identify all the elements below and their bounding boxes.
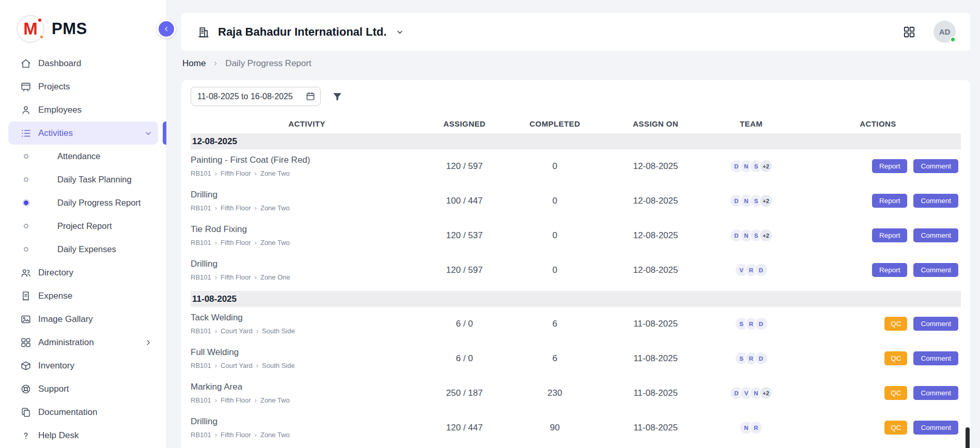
report-button[interactable]: Report xyxy=(872,228,908,242)
comment-button[interactable]: Comment xyxy=(913,421,958,435)
team-extra-count: +2 xyxy=(759,194,773,208)
table-row: Marking AreaRB101›Fifth Floor›Zone Two25… xyxy=(191,376,961,411)
assign-on-value: 12-08-2025 xyxy=(604,230,707,241)
chevron-down-icon xyxy=(144,129,153,138)
chevron-right-icon: › xyxy=(255,273,257,281)
bullet-icon xyxy=(24,177,28,182)
inventory-icon xyxy=(20,360,32,372)
activity-cell: DrillingRB101›Fifth Floor›Zone Two xyxy=(191,190,423,212)
sidebar-subitem-daily-progress-report[interactable]: Daily Progress Report xyxy=(8,191,158,214)
sidebar-item-projects[interactable]: Projects xyxy=(8,75,158,98)
chevron-right-icon: › xyxy=(255,396,257,404)
team-avatars: DVN+2 xyxy=(707,386,795,400)
sidebar-item-image-gallary[interactable]: Image Gallary xyxy=(8,307,158,331)
sidebar-item-directory[interactable]: Directory xyxy=(8,261,158,284)
table-row: Tack WeldingRB101›Court Yard›South Side6… xyxy=(191,307,961,342)
online-status-dot xyxy=(950,37,956,42)
path-segment: RB101 xyxy=(191,273,211,281)
qc-button[interactable]: QC xyxy=(884,386,907,400)
sidebar-item-employees[interactable]: Employees xyxy=(8,98,158,121)
path-segment: Zone Two xyxy=(260,204,290,212)
app-logo: M PMS xyxy=(0,0,166,43)
user-avatar[interactable]: AD xyxy=(934,21,956,43)
sidebar-item-support[interactable]: Support xyxy=(8,377,158,400)
table-row: DrillingRB101›Fifth Floor›Zone Two120 / … xyxy=(191,411,961,445)
report-button[interactable]: Report xyxy=(872,194,908,208)
assign-on-value: 12-08-2025 xyxy=(604,161,707,172)
sidebar-item-inventory[interactable]: Inventory xyxy=(8,354,158,377)
breadcrumb-home[interactable]: Home xyxy=(182,58,206,69)
chevron-right-icon: › xyxy=(255,169,257,177)
scrollbar-thumb[interactable] xyxy=(966,427,970,448)
sidebar-item-documentation[interactable]: Documentation xyxy=(8,400,158,424)
sidebar-subitem-project-report[interactable]: Project Report xyxy=(8,214,158,238)
path-segment: RB101 xyxy=(191,239,211,246)
sidebar-subitem-label: Project Report xyxy=(57,221,112,231)
bullet-icon xyxy=(24,247,28,252)
assign-on-value: 11-08-2025 xyxy=(604,319,707,329)
actions-cell: ReportComment xyxy=(795,228,961,242)
date-range-input[interactable] xyxy=(191,87,321,106)
comment-button[interactable]: Comment xyxy=(913,317,958,331)
topbar-right: AD xyxy=(903,21,956,43)
activity-name: Marking Area xyxy=(191,382,418,392)
comment-button[interactable]: Comment xyxy=(913,159,958,173)
table-header-row: ACTIVITYASSIGNEDCOMPLETEDASSIGN ONTEAMAC… xyxy=(191,119,961,128)
chevron-right-icon: › xyxy=(256,327,258,335)
sidebar-item-label: Projects xyxy=(38,82,70,92)
assign-on-value: 12-08-2025 xyxy=(604,265,707,275)
assigned-value: 120 / 537 xyxy=(423,230,506,241)
completed-value: 0 xyxy=(506,161,604,172)
comment-button[interactable]: Comment xyxy=(913,351,958,365)
date-group-header: 12-08-2025 xyxy=(191,133,961,149)
app-root: M PMS DashboardProjectsEmployeesActiviti… xyxy=(0,0,980,448)
sidebar-item-activities[interactable]: Activities xyxy=(8,121,158,145)
path-segment: Fifth Floor xyxy=(221,431,251,439)
path-segment: South Side xyxy=(262,362,295,369)
activity-cell: Painting - First Coat (Fire Red)RB101›Fi… xyxy=(191,155,423,177)
sidebar-subitem-daily-expenses[interactable]: Daily Expenses xyxy=(8,238,158,261)
chevron-right-icon: › xyxy=(255,431,257,439)
qc-button[interactable]: QC xyxy=(884,421,907,435)
comment-button[interactable]: Comment xyxy=(913,228,958,242)
activity-name: Drilling xyxy=(191,259,418,269)
sidebar-collapse-button[interactable] xyxy=(157,20,176,38)
administration-icon xyxy=(20,337,32,348)
chevron-right-icon: › xyxy=(255,239,257,246)
activity-name: Painting - First Coat (Fire Red) xyxy=(191,155,418,165)
sidebar: M PMS DashboardProjectsEmployeesActiviti… xyxy=(0,0,167,448)
qc-button[interactable]: QC xyxy=(884,317,907,331)
sidebar-subitem-attendance[interactable]: Attendance xyxy=(8,145,158,168)
report-button[interactable]: Report xyxy=(872,263,908,277)
sidebar-subitem-daily-task-planning[interactable]: Daily Task Planning xyxy=(8,168,158,191)
sidebar-item-administration[interactable]: Administration xyxy=(8,331,158,354)
sidebar-item-dashboard[interactable]: Dashboard xyxy=(8,52,158,75)
filter-icon[interactable] xyxy=(332,91,343,102)
sidebar-item-label: Image Gallary xyxy=(38,314,93,325)
comment-button[interactable]: Comment xyxy=(913,263,958,277)
assigned-value: 6 / 0 xyxy=(423,353,506,364)
path-segment: Zone Two xyxy=(260,169,290,177)
comment-button[interactable]: Comment xyxy=(913,386,958,400)
table-row: Tie Rod FixingRB101›Fifth Floor›Zone Two… xyxy=(191,219,961,253)
company-name: Raja Bahadur International Ltd. xyxy=(218,25,386,39)
actions-cell: ReportComment xyxy=(795,263,961,277)
sidebar-subitem-label: Daily Expenses xyxy=(57,244,116,254)
path-segment: South Side xyxy=(262,327,295,335)
comment-button[interactable]: Comment xyxy=(913,194,958,208)
qc-button[interactable]: QC xyxy=(884,351,907,365)
actions-cell: QCComment xyxy=(795,351,961,365)
activity-name: Tie Rod Fixing xyxy=(191,224,418,235)
activity-location-path: RB101›Fifth Floor›Zone Two xyxy=(191,239,418,246)
company-selector[interactable]: Raja Bahadur International Ltd. xyxy=(197,25,405,39)
path-segment: Court Yard xyxy=(221,327,253,335)
bullet-icon xyxy=(24,224,28,228)
sidebar-item-help-desk[interactable]: Help Desk xyxy=(8,424,158,447)
building-icon xyxy=(197,25,210,39)
expense-icon xyxy=(20,290,32,302)
report-button[interactable]: Report xyxy=(872,159,908,173)
team-member-avatar: D xyxy=(754,351,768,365)
apps-grid-icon[interactable] xyxy=(903,25,916,39)
sidebar-item-expense[interactable]: Expense xyxy=(8,284,158,307)
sidebar-nav: DashboardProjectsEmployeesActivitiesAtte… xyxy=(0,52,166,447)
